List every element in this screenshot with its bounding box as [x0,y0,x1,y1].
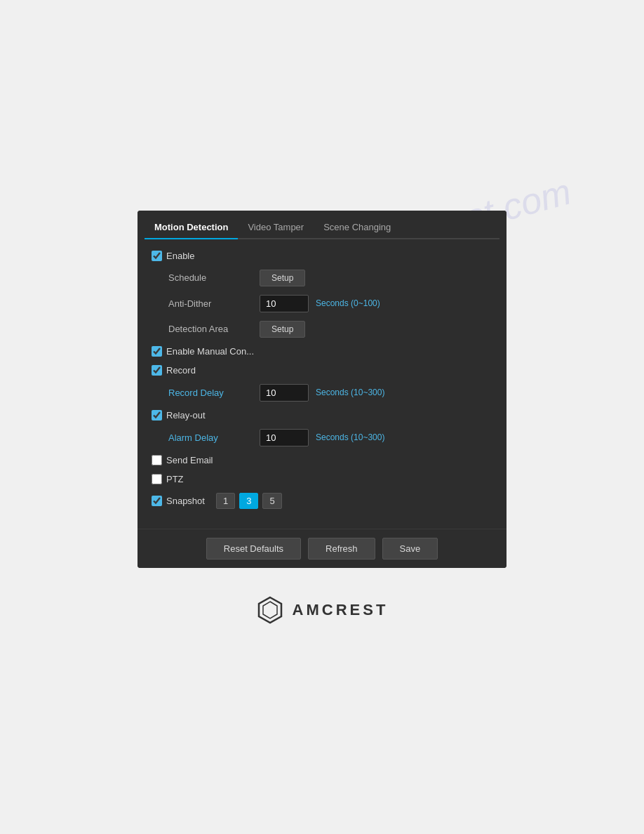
amcrest-logo: AMCREST [256,596,389,624]
schedule-label: Schedule [168,272,260,283]
snapshot-option-3[interactable]: 3 [239,493,258,509]
snapshot-checkbox[interactable] [152,496,162,506]
record-delay-row: Record Delay Seconds (10~300) [168,384,492,402]
record-delay-label: Record Delay [168,388,260,398]
alarm-delay-hint: Seconds (10~300) [316,432,384,442]
tab-bar: Motion Detection Video Tamper Scene Chan… [137,211,507,238]
tab-video-tamper[interactable]: Video Tamper [238,216,314,238]
detection-area-setup-button[interactable]: Setup [260,321,305,338]
amcrest-brand-text: AMCREST [293,601,389,619]
save-button[interactable]: Save [382,538,438,560]
record-delay-input[interactable] [260,384,309,402]
enable-manual-con-row: Enable Manual Con... [152,346,492,357]
record-row: Record [152,365,492,376]
anti-dither-hint: Seconds (0~100) [316,298,380,308]
enable-manual-con-checkbox[interactable] [152,346,162,357]
relay-out-row: Relay-out [152,410,492,421]
record-checkbox[interactable] [152,365,162,376]
amcrest-hex-icon [256,596,284,624]
detection-area-label: Detection Area [168,324,260,334]
relay-out-label: Relay-out [166,410,206,421]
main-container: Motion Detection Video Tamper Scene Chan… [0,211,644,624]
enable-manual-con-label: Enable Manual Con... [166,346,254,357]
refresh-button[interactable]: Refresh [308,538,375,560]
enable-checkbox[interactable] [152,251,162,261]
alarm-delay-row: Alarm Delay Seconds (10~300) [168,429,492,446]
anti-dither-label: Anti-Dither [168,298,260,309]
anti-dither-input[interactable] [260,295,309,312]
panel-body: Enable Schedule Setup Anti-Dither Second… [137,239,507,529]
detection-area-row: Detection Area Setup [168,321,492,338]
ptz-label: PTZ [166,474,184,484]
snapshot-label: Snapshot [166,496,205,506]
bottom-buttons: Reset Defaults Refresh Save [137,529,507,568]
record-label: Record [166,365,196,376]
enable-row: Enable [152,251,492,261]
snapshot-options: 1 3 5 [216,493,282,509]
svg-marker-1 [263,602,277,618]
alarm-delay-input[interactable] [260,429,309,446]
anti-dither-row: Anti-Dither Seconds (0~100) [168,295,492,312]
snapshot-option-5[interactable]: 5 [262,493,281,509]
send-email-checkbox[interactable] [152,455,162,465]
tab-scene-changing[interactable]: Scene Changing [314,216,401,238]
enable-label: Enable [166,251,194,261]
ptz-row: PTZ [152,474,492,484]
send-email-label: Send Email [166,455,213,465]
tab-motion-detection[interactable]: Motion Detection [145,216,238,238]
reset-defaults-button[interactable]: Reset Defaults [206,538,301,560]
send-email-row: Send Email [152,455,492,465]
ptz-checkbox[interactable] [152,474,162,484]
schedule-row: Schedule Setup [168,270,492,286]
snapshot-option-1[interactable]: 1 [216,493,235,509]
schedule-setup-button[interactable]: Setup [260,270,305,286]
record-delay-hint: Seconds (10~300) [316,388,384,397]
alarm-delay-label: Alarm Delay [168,432,260,443]
snapshot-row: Snapshot 1 3 5 [152,493,492,509]
settings-panel: Motion Detection Video Tamper Scene Chan… [137,211,507,568]
relay-out-checkbox[interactable] [152,410,162,421]
